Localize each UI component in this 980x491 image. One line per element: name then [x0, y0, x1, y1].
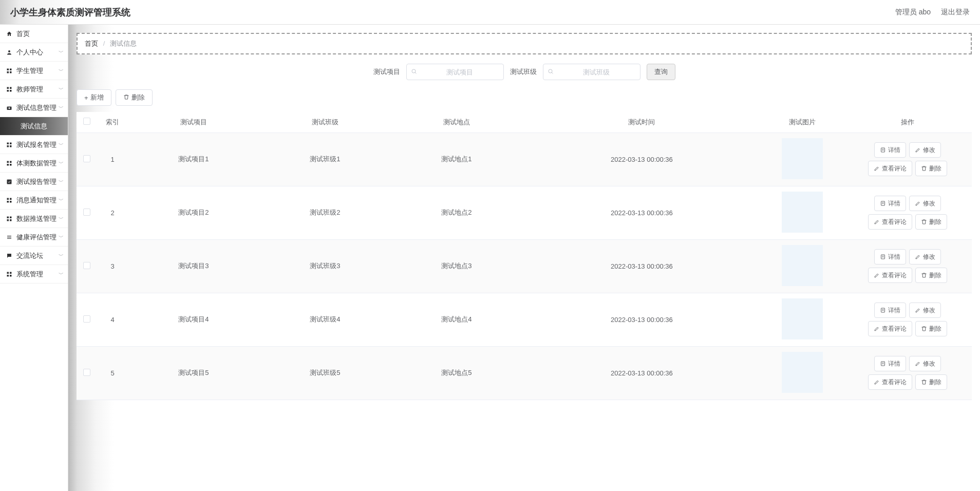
comments-button[interactable]: 查看评论: [868, 214, 912, 230]
edit-button[interactable]: 修改: [909, 142, 941, 158]
sidebar-item-2[interactable]: 学生管理﹀: [0, 62, 68, 80]
query-button[interactable]: 查询: [647, 64, 675, 80]
detail-button[interactable]: 详情: [874, 356, 906, 371]
table-row: 1测试项目1测试班级1测试地点12022-03-13 00:00:36详情修改查…: [77, 133, 972, 186]
edit-button[interactable]: 修改: [909, 249, 941, 265]
svg-rect-1: [7, 68, 9, 70]
main-content: 首页 / 测试信息 测试项目 测试班级 查询: [68, 25, 980, 491]
edit-button[interactable]: 修改: [909, 303, 941, 318]
delete-button[interactable]: 删除: [915, 321, 947, 336]
sidebar-item-10[interactable]: 数据推送管理﹀: [0, 210, 68, 228]
col-ops: 操作: [843, 112, 972, 133]
svg-rect-33: [7, 275, 9, 277]
plus-icon: +: [84, 94, 88, 102]
detail-button[interactable]: 详情: [874, 303, 906, 318]
sidebar-item-0[interactable]: 首页: [0, 25, 68, 43]
sidebar-item-6[interactable]: 测试报名管理﹀: [0, 136, 68, 154]
trash-icon: [123, 94, 129, 102]
chevron-down-icon: ﹀: [59, 104, 64, 111]
chevron-down-icon: ﹀: [59, 234, 64, 241]
comments-button[interactable]: 查看评论: [868, 321, 912, 336]
thumbnail-image[interactable]: [782, 298, 823, 339]
sidebar-item-12[interactable]: 交流论坛﹀: [0, 247, 68, 265]
delete-button[interactable]: 删除: [915, 374, 947, 390]
svg-rect-16: [10, 161, 12, 163]
thumbnail-image[interactable]: [782, 138, 823, 179]
filter-project-input[interactable]: [421, 68, 498, 76]
svg-rect-26: [7, 219, 9, 221]
logout-link[interactable]: 退出登录: [941, 8, 970, 17]
sidebar-item-9[interactable]: 消息通知管理﹀: [0, 191, 68, 210]
sidebar-item-label: 交流论坛: [16, 251, 43, 260]
detail-button[interactable]: 详情: [874, 249, 906, 265]
row-checkbox[interactable]: [83, 315, 90, 323]
comments-button[interactable]: 查看评论: [868, 161, 912, 176]
camera-icon: [5, 104, 13, 112]
table-row: 2测试项目2测试班级2测试地点22022-03-13 00:00:36详情修改查…: [77, 186, 972, 239]
cell-project: 测试项目1: [128, 133, 259, 186]
sidebar-item-1[interactable]: 个人中心﹀: [0, 43, 68, 62]
sidebar-item-label: 测试信息: [21, 122, 47, 131]
thumbnail-image[interactable]: [782, 192, 823, 233]
add-button[interactable]: + 新增: [77, 89, 111, 106]
row-checkbox[interactable]: [83, 369, 90, 376]
row-checkbox[interactable]: [83, 155, 90, 162]
svg-rect-19: [7, 179, 12, 184]
comments-button[interactable]: 查看评论: [868, 374, 912, 390]
cell-index: 5: [97, 346, 128, 400]
svg-point-10: [9, 107, 10, 109]
sidebar-item-3[interactable]: 教师管理﹀: [0, 80, 68, 99]
cell-index: 3: [97, 239, 128, 293]
table-row: 5测试项目5测试班级5测试地点52022-03-13 00:00:36详情修改查…: [77, 346, 972, 400]
cell-class: 测试班级1: [259, 133, 391, 186]
cell-class: 测试班级5: [259, 346, 391, 400]
table-row: 4测试项目4测试班级4测试地点42022-03-13 00:00:36详情修改查…: [77, 293, 972, 346]
svg-rect-25: [10, 216, 12, 218]
col-project: 测试项目: [128, 112, 259, 133]
cell-location: 测试地点5: [391, 346, 522, 400]
sidebar-item-5[interactable]: 测试信息: [0, 117, 68, 136]
edit-button[interactable]: 修改: [909, 356, 941, 371]
select-all-checkbox[interactable]: [83, 118, 90, 125]
svg-rect-20: [7, 198, 9, 200]
sidebar-item-13[interactable]: 系统管理﹀: [0, 265, 68, 284]
sidebar-item-label: 消息通知管理: [16, 196, 56, 205]
grid-icon: [5, 141, 13, 149]
row-checkbox[interactable]: [83, 262, 90, 269]
detail-button[interactable]: 详情: [874, 142, 906, 158]
cell-image: [761, 293, 843, 346]
cell-image: [761, 239, 843, 293]
svg-rect-31: [7, 272, 9, 274]
edit-button[interactable]: 修改: [909, 196, 941, 211]
cell-index: 1: [97, 133, 128, 186]
delete-button[interactable]: 删除: [915, 268, 947, 283]
delete-button[interactable]: 删除: [915, 214, 947, 230]
comments-button[interactable]: 查看评论: [868, 268, 912, 283]
row-checkbox[interactable]: [83, 209, 90, 216]
sidebar-item-8[interactable]: 测试报告管理﹀: [0, 173, 68, 191]
chevron-down-icon: ﹀: [59, 67, 64, 74]
detail-button[interactable]: 详情: [874, 196, 906, 211]
chevron-down-icon: ﹀: [59, 141, 64, 148]
cell-index: 4: [97, 293, 128, 346]
cell-project: 测试项目2: [128, 186, 259, 239]
sidebar-item-label: 学生管理: [16, 66, 43, 75]
cell-class: 测试班级3: [259, 239, 391, 293]
breadcrumb-home[interactable]: 首页: [85, 40, 98, 47]
sidebar-item-4[interactable]: 测试信息管理﹀: [0, 99, 68, 117]
thumbnail-image[interactable]: [782, 245, 823, 286]
svg-rect-21: [10, 198, 12, 200]
thumbnail-image[interactable]: [782, 352, 823, 393]
sidebar-item-label: 系统管理: [16, 270, 43, 279]
col-image: 测试图片: [761, 112, 843, 133]
filter-class-input[interactable]: [558, 68, 635, 76]
sidebar-item-11[interactable]: 健康评估管理﹀: [0, 228, 68, 247]
svg-point-0: [8, 50, 10, 52]
svg-rect-6: [10, 87, 12, 89]
sidebar-item-label: 首页: [16, 29, 30, 39]
user-label[interactable]: 管理员 abo: [895, 8, 931, 17]
chevron-down-icon: ﹀: [59, 178, 64, 185]
bulk-delete-button[interactable]: 删除: [116, 89, 153, 106]
delete-button[interactable]: 删除: [915, 161, 947, 176]
sidebar-item-7[interactable]: 体测数据管理﹀: [0, 154, 68, 173]
